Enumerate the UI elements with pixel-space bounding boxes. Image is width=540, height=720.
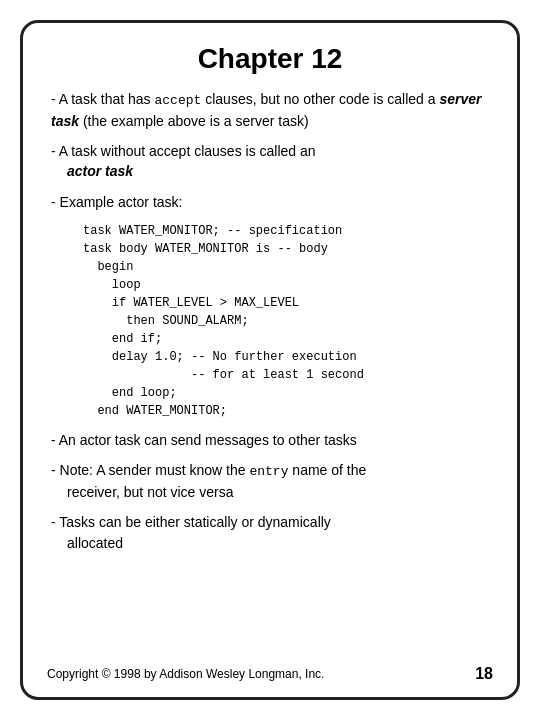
bullet-3: - Example actor task:: [47, 192, 493, 212]
slide-footer: Copyright © 1998 by Addison Wesley Longm…: [47, 665, 493, 683]
bullet-5-text-cont: receiver, but not vice versa: [67, 484, 234, 500]
bullet-3-text: - Example actor task:: [51, 194, 183, 210]
bullet-1: - A task that has accept clauses, but no…: [47, 89, 493, 131]
slide-card: Chapter 12 - A task that has accept clau…: [20, 20, 520, 700]
bullet-2-text: - A task without accept clauses is calle…: [51, 143, 316, 159]
code-accept: accept: [155, 93, 202, 108]
server-task-label: server task: [51, 91, 482, 129]
slide-content: - A task that has accept clauses, but no…: [47, 89, 493, 655]
bullet-4: - An actor task can send messages to oth…: [47, 430, 493, 450]
bullet-6: - Tasks can be either statically or dyna…: [47, 512, 493, 553]
page-number: 18: [475, 665, 493, 683]
bullet-4-text: - An actor task can send messages to oth…: [51, 432, 357, 448]
chapter-title: Chapter 12: [47, 43, 493, 75]
code-block: task WATER_MONITOR; -- specification tas…: [83, 222, 493, 420]
bullet-2: - A task without accept clauses is calle…: [47, 141, 493, 182]
copyright-text: Copyright © 1998 by Addison Wesley Longm…: [47, 667, 324, 681]
bullet-6-text: - Tasks can be either statically or dyna…: [51, 514, 331, 530]
bullet-5: - Note: A sender must know the entry nam…: [47, 460, 493, 502]
bullet-5-text: - Note: A sender must know the entry nam…: [51, 462, 366, 478]
bullet-1-text: - A task that has accept clauses, but no…: [51, 91, 482, 129]
code-entry: entry: [249, 464, 288, 479]
actor-task-label: actor task: [67, 163, 133, 179]
bullet-6-text-cont: allocated: [67, 535, 123, 551]
